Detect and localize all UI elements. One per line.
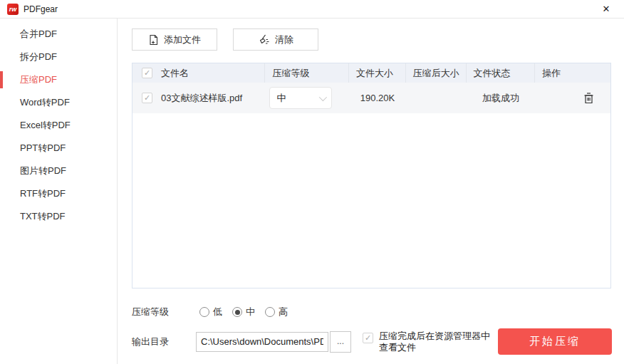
header-compressed-size: 压缩后大小 <box>406 63 467 83</box>
radio-low-circle <box>199 307 209 317</box>
table-header: ✓ 文件名 压缩等级 文件大小 压缩后大小 文件状态 操作 <box>132 63 610 83</box>
header-compress-level: 压缩等级 <box>265 63 349 83</box>
row-filename: 03文献综述样版.pdf <box>161 92 242 105</box>
select-all-checkbox[interactable]: ✓ <box>142 68 152 78</box>
open-in-explorer-option[interactable]: ✓ 压缩完成后在资源管理器中查看文件 <box>363 331 496 353</box>
sidebar-item-excel-to-pdf[interactable]: Excel转PDF <box>0 114 117 137</box>
radio-high[interactable]: 高 <box>265 306 288 318</box>
sidebar-item-txt-to-pdf[interactable]: TXT转PDF <box>0 205 117 228</box>
sidebar-item-label: RTF转PDF <box>20 187 66 200</box>
trash-icon <box>583 92 595 105</box>
header-filename-label: 文件名 <box>161 67 189 80</box>
sidebar-item-merge-pdf[interactable]: 合并PDF <box>0 23 117 46</box>
sidebar-item-label: 压缩PDF <box>20 73 57 86</box>
explorer-checkbox[interactable]: ✓ <box>363 333 373 343</box>
row-checkbox[interactable]: ✓ <box>142 93 152 103</box>
add-file-icon <box>148 34 159 46</box>
sidebar-item-label: PPT转PDF <box>20 142 66 155</box>
header-file-status: 文件状态 <box>467 63 536 83</box>
sidebar-item-rtf-to-pdf[interactable]: RTF转PDF <box>0 182 117 205</box>
row-filename-cell: ✓ 03文献综述样版.pdf <box>132 83 265 113</box>
sidebar-item-word-to-pdf[interactable]: Word转PDF <box>0 91 117 114</box>
output-path-input[interactable] <box>196 332 328 352</box>
radio-high-label: 高 <box>279 306 288 318</box>
main-panel: 添加文件 清除 ✓ 文件名 压缩等级 文件大小 压缩后大小 <box>118 19 624 364</box>
compression-radio-group: 低 中 高 <box>199 306 288 318</box>
row-compressed-size <box>406 83 467 113</box>
add-file-button[interactable]: 添加文件 <box>132 28 217 51</box>
clear-button[interactable]: 清除 <box>233 28 318 51</box>
radio-high-circle <box>265 307 275 317</box>
start-compress-button[interactable]: 开始压缩 <box>498 328 612 355</box>
radio-medium-circle <box>232 307 242 317</box>
sidebar-item-label: 合并PDF <box>20 28 57 41</box>
file-table: ✓ 文件名 压缩等级 文件大小 压缩后大小 文件状态 操作 ✓ 03文献综述样版… <box>132 63 611 288</box>
row-operation-cell <box>535 83 610 113</box>
add-file-label: 添加文件 <box>164 33 201 46</box>
row-status: 加载成功 <box>467 83 536 113</box>
delete-button[interactable] <box>583 92 595 105</box>
row-level-cell: 中 <box>265 83 349 113</box>
app-title: PDFgear <box>24 4 58 14</box>
table-empty-area <box>132 113 610 288</box>
toolbar: 添加文件 清除 <box>132 28 612 51</box>
header-filename: ✓ 文件名 <box>132 63 265 83</box>
title-bar: rw PDFgear ✕ <box>0 0 624 19</box>
sidebar-item-label: 图片转PDF <box>20 165 66 177</box>
radio-low[interactable]: 低 <box>199 306 222 318</box>
radio-medium-label: 中 <box>246 306 255 318</box>
compress-level-dropdown[interactable]: 中 <box>269 87 332 109</box>
sidebar-item-label: Excel转PDF <box>20 119 71 132</box>
app-body: 合并PDF 拆分PDF 压缩PDF Word转PDF Excel转PDF PPT… <box>0 19 624 364</box>
sidebar-item-label: 拆分PDF <box>20 51 57 63</box>
dropdown-value: 中 <box>276 92 319 105</box>
sidebar-item-image-to-pdf[interactable]: 图片转PDF <box>0 160 117 182</box>
sidebar-item-compress-pdf[interactable]: 压缩PDF <box>0 68 117 91</box>
radio-medium[interactable]: 中 <box>232 306 255 318</box>
clear-broom-icon <box>258 34 270 45</box>
sidebar-item-split-pdf[interactable]: 拆分PDF <box>0 46 117 68</box>
header-file-size: 文件大小 <box>349 63 406 83</box>
sidebar-item-label: TXT转PDF <box>20 210 66 223</box>
row-size: 190.20K <box>349 83 406 113</box>
table-row: ✓ 03文献综述样版.pdf 中 190.20K 加载成功 <box>132 83 610 113</box>
sidebar-item-ppt-to-pdf[interactable]: PPT转PDF <box>0 137 117 160</box>
sidebar-item-label: Word转PDF <box>20 96 70 109</box>
output-directory-label: 输出目录 <box>132 336 196 348</box>
header-operation: 操作 <box>535 63 610 83</box>
clear-label: 清除 <box>275 33 293 46</box>
close-icon[interactable]: ✕ <box>596 1 617 18</box>
app-logo-icon: rw <box>7 4 19 15</box>
sidebar: 合并PDF 拆分PDF 压缩PDF Word转PDF Excel转PDF PPT… <box>0 19 118 364</box>
explorer-checkbox-label: 压缩完成后在资源管理器中查看文件 <box>379 331 496 353</box>
chevron-down-icon <box>319 93 327 100</box>
active-indicator <box>0 71 3 88</box>
compression-level-row: 压缩等级 低 中 高 <box>132 305 612 319</box>
browse-button[interactable]: ... <box>330 331 351 353</box>
radio-low-label: 低 <box>213 306 222 318</box>
output-directory-row: 输出目录 ... ✓ 压缩完成后在资源管理器中查看文件 开始压缩 <box>132 328 612 355</box>
compression-level-label: 压缩等级 <box>132 306 199 318</box>
